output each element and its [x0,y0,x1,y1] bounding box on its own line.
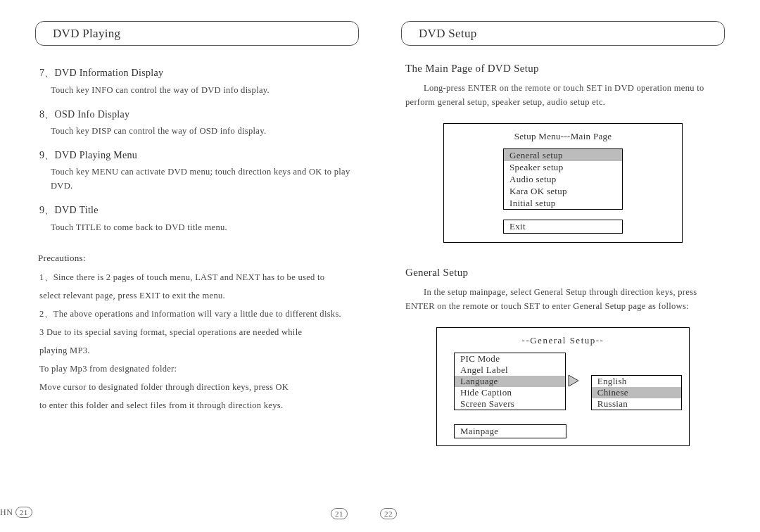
precaution-line: playing MP3. [39,343,359,357]
precaution-line: 3 Due to its special saving format, spec… [39,325,359,339]
general-setup-right-list: English Chinese Russian [591,375,682,410]
precaution-line: To play Mp3 from designated folder: [39,362,359,376]
item-body: Touch key MENU can activate DVD menu; to… [51,165,359,193]
precaution-line: Move cursor to designated folder through… [39,380,359,394]
setup-menu-item[interactable]: Audio setup [504,173,622,185]
gs-right-item[interactable]: English [592,376,681,387]
setup-menu-item[interactable]: Kara OK setup [504,185,622,197]
gs-left-item[interactable]: Screen Savers [455,398,565,410]
right-section-header: DVD Setup [401,21,725,46]
gs-left-item[interactable]: Angel Label [455,365,565,376]
left-column: DVD Playing 7、DVD Information Display To… [35,21,359,518]
general-setup-box: --General Setup-- PIC Mode Angel Label L… [436,327,690,446]
setup-menu-list: General setup Speaker setup Audio setup … [503,148,623,210]
left-section-header: DVD Playing [35,21,359,46]
main-page-heading: The Main Page of DVD Setup [405,60,725,77]
gs-left-item[interactable]: Hide Caption [455,387,565,398]
right-column: DVD Setup The Main Page of DVD Setup Lon… [401,21,725,518]
general-setup-box-title: --General Setup-- [444,334,682,348]
manual-spread: DVD Playing 7、DVD Information Display To… [0,0,760,532]
gs-right-item[interactable]: Chinese [592,387,681,398]
item-title: 8、OSD Info Display [39,107,359,122]
setup-menu-item[interactable]: General setup [504,149,622,161]
item-body: Touch key DISP can control the way of OS… [51,124,359,138]
item-title: 7、DVD Information Display [39,65,359,81]
item-title: 9、DVD Title [39,203,359,218]
precaution-line: 1、Since there is 2 pages of touch menu, … [39,270,359,284]
svg-marker-0 [569,375,578,386]
precaution-line: to enter this folder and select files fr… [39,398,359,412]
setup-menu-title: Setup Menu---Main Page [452,129,673,144]
setup-menu-exit[interactable]: Exit [503,220,623,234]
item-title: 9、DVD Playing Menu [39,148,359,163]
footer-page-number-right: 22 [380,508,397,519]
precaution-line: 2、The above operations and information w… [39,307,359,321]
setup-menu-item[interactable]: Speaker setup [504,161,622,173]
main-page-paragraph: Long-press ENTER on the remote or touch … [405,81,725,109]
gs-left-item[interactable]: Language [455,376,565,387]
gs-left-item[interactable]: PIC Mode [455,353,565,365]
precautions-label: Precautions: [38,251,359,266]
footer-left-fragment: HN 21 [0,506,32,519]
gs-right-item[interactable]: Russian [592,398,681,410]
setup-menu-box: Setup Menu---Main Page General setup Spe… [443,123,683,243]
gs-mainpage-button[interactable]: Mainpage [454,424,566,438]
general-setup-left-list: PIC Mode Angel Label Language Hide Capti… [454,353,566,410]
submenu-arrow-icon [567,374,581,388]
setup-menu-item[interactable]: Initial setup [504,197,622,209]
precaution-line: select relevant page, press EXIT to exit… [39,289,359,303]
footer-page-number-left: 21 [331,508,348,519]
general-setup-heading: General Setup [405,264,725,281]
general-setup-paragraph: In the setup mainpage, select General Se… [405,285,725,313]
general-setup-columns: PIC Mode Angel Label Language Hide Capti… [444,353,682,438]
item-body: Touch TITLE to come back to DVD title me… [51,220,359,234]
footer-left-text: HN [0,507,13,517]
item-body: Touch key INFO can control the way of DV… [51,83,359,97]
footer-left-page-icon: 21 [15,507,32,518]
